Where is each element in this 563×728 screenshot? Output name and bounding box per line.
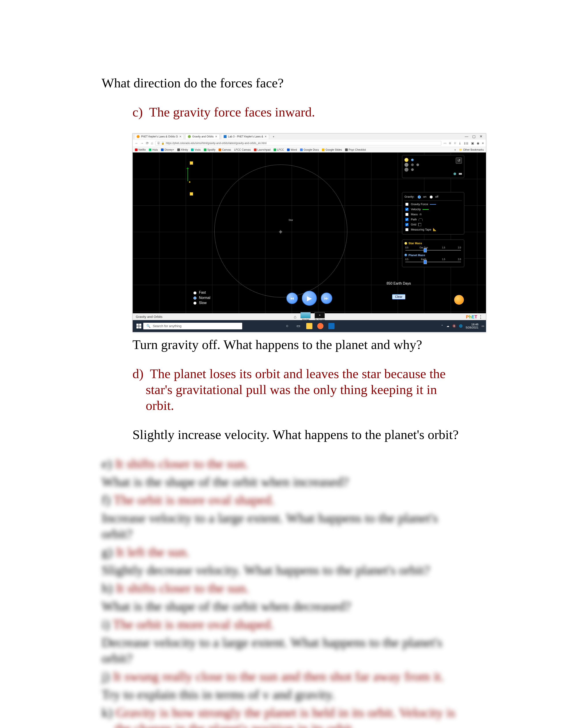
tab-1[interactable]: 🟠 PhET Kepler's Laws & Orbits G ✕ xyxy=(134,134,184,139)
other-bookmarks[interactable]: 📁Other Bookmarks xyxy=(459,148,484,151)
url-input[interactable]: 🛈 🔒 https://phet.colorado.edu/sims/html/… xyxy=(155,141,441,145)
mail-icon[interactable] xyxy=(328,323,335,329)
reset-scene-button[interactable]: ↺ xyxy=(456,158,462,164)
new-tab-button[interactable]: ＋ xyxy=(270,135,276,138)
bookmark-canvas[interactable]: Canvas xyxy=(218,148,231,151)
time-readout: 850 Earth Days Clear xyxy=(387,281,411,301)
lock-icon: 🔒 xyxy=(161,142,164,145)
nav-reload-icon[interactable]: ⟳ xyxy=(146,141,149,145)
checkbox-grid[interactable]: Grid xyxy=(405,222,462,227)
reader-icon[interactable]: ☺ xyxy=(449,141,452,145)
tab-1-close[interactable]: ✕ xyxy=(179,135,181,138)
to-scale-screen-thumb[interactable]: ★ xyxy=(315,312,325,318)
star-slider-thumb[interactable] xyxy=(424,248,427,252)
taskbar-apps: ○ ▭ xyxy=(284,323,335,329)
search-icon: 🔍 xyxy=(146,324,150,328)
reset-all-button[interactable] xyxy=(454,295,464,305)
menu-icon[interactable]: ≡ xyxy=(482,141,484,145)
tray-overflow-icon[interactable]: ⌃ xyxy=(441,324,443,328)
rewind-button[interactable]: ⏮ xyxy=(287,293,298,304)
bookmark-lfcc-canvas[interactable]: LFCC Canvas xyxy=(234,148,250,151)
bookmark-gdocs[interactable]: Google Docs xyxy=(300,148,319,151)
bookmark-gslides[interactable]: Google Slides xyxy=(322,148,342,151)
clear-button[interactable]: Clear xyxy=(392,294,405,299)
start-button[interactable] xyxy=(134,322,143,330)
onedrive-icon[interactable]: ☁ xyxy=(446,324,449,328)
cortana-icon[interactable]: ○ xyxy=(284,323,290,329)
account-icon[interactable]: ◉ xyxy=(477,141,479,145)
gravity-toggle-row: Gravity: on off xyxy=(405,194,462,201)
model-screen-thumb[interactable] xyxy=(301,312,311,318)
page-actions-icon[interactable]: ⋯ xyxy=(444,141,446,145)
nav-forward-icon[interactable]: → xyxy=(140,141,144,145)
search-placeholder: Search for anything xyxy=(153,324,181,328)
tab-2[interactable]: 🟢 Gravity and Orbits ✕ xyxy=(185,134,220,139)
planet-mass-slider[interactable]: 0.5 Earth 1.5 2.0 xyxy=(405,258,461,263)
speed-slow[interactable]: Slow xyxy=(192,301,210,305)
bookmark-psyc[interactable]: Psyc Checklist xyxy=(345,148,366,151)
star-mass-slider[interactable]: 0.5 Our Sun 1.5 2.0 xyxy=(405,246,461,251)
scene-3[interactable] xyxy=(405,168,462,172)
minimize-button[interactable]: — xyxy=(465,134,468,139)
tab-3-close[interactable]: ✕ xyxy=(264,135,267,138)
scene-1[interactable] xyxy=(405,158,462,162)
bookmark-hulu[interactable]: hHulu xyxy=(149,148,158,151)
ruler-end-2[interactable] xyxy=(190,192,193,196)
phet-menu-icon[interactable]: ⋮ xyxy=(478,314,483,319)
checkbox-mass[interactable]: Mass⚖ xyxy=(405,212,462,217)
downloads-icon[interactable]: ⤓ xyxy=(459,141,461,145)
file-explorer-icon[interactable] xyxy=(306,323,313,329)
bookmark-netflix[interactable]: Netflix xyxy=(135,148,146,151)
planet-body[interactable]: ● xyxy=(189,180,190,184)
bookmark-word[interactable]: Word xyxy=(287,148,297,151)
scene-2[interactable] xyxy=(405,163,462,167)
bookmark-disney[interactable]: Disney+ xyxy=(161,148,174,151)
planet-slider-thumb[interactable] xyxy=(424,260,427,264)
volume-icon[interactable]: 🔇 xyxy=(452,324,456,328)
nav-home-icon[interactable]: ⌂ xyxy=(151,141,153,145)
bookmark-star-icon[interactable]: ☆ xyxy=(454,141,456,145)
firefox-icon[interactable] xyxy=(317,323,324,329)
star-mass-title: Star Mass xyxy=(405,242,462,245)
bookmark-vudu[interactable]: Vudu xyxy=(191,148,201,151)
tab-3[interactable]: 🟦 Lab 3 - PhET Kepler's Laws & ✕ xyxy=(221,134,269,139)
task-view-icon[interactable]: ▭ xyxy=(295,323,302,329)
gravity-on[interactable]: on xyxy=(417,195,426,199)
extensions-icon[interactable]: ▣ xyxy=(471,141,474,145)
bookmark-spotify[interactable]: Spotify xyxy=(204,148,215,151)
checkbox-tape[interactable]: Measuring Tape📐 xyxy=(405,227,462,232)
maximize-button[interactable]: ▢ xyxy=(472,134,476,139)
bookmark-xfinity[interactable]: Xfinity xyxy=(177,148,188,151)
speed-fast[interactable]: Fast xyxy=(192,290,210,295)
taskbar-search[interactable]: 🔍 Search for anything xyxy=(143,323,242,329)
step-button[interactable]: ⏭ xyxy=(321,293,332,304)
ruler-end-1[interactable] xyxy=(190,161,193,165)
browser-chrome: 🟠 PhET Kepler's Laws & Orbits G ✕ 🟢 Grav… xyxy=(133,133,486,153)
bookmark-lfcc[interactable]: LFCC xyxy=(273,148,284,151)
satellite-icon xyxy=(459,173,462,175)
library-icon[interactable]: ⫿⫿⫿ xyxy=(464,141,469,145)
nav-back-icon[interactable]: ← xyxy=(135,141,138,145)
tab-strip: 🟠 PhET Kepler's Laws & Orbits G ✕ 🟢 Grav… xyxy=(133,133,486,140)
checkbox-velocity[interactable]: Velocity xyxy=(405,207,462,212)
phet-logo[interactable]: PhET ⋮ xyxy=(466,314,483,319)
bookmarks-overflow-icon[interactable]: » xyxy=(454,148,456,151)
network-icon[interactable]: 🌐 xyxy=(459,324,463,328)
home-icon[interactable]: ⌂ xyxy=(294,314,297,319)
checkbox-gravity-force[interactable]: Gravity Force xyxy=(405,202,462,206)
velocity-arrow[interactable] xyxy=(187,168,188,181)
action-center-icon[interactable]: ▭ xyxy=(482,324,484,328)
close-window-button[interactable]: ✕ xyxy=(480,134,482,139)
scene-4[interactable] xyxy=(405,173,462,175)
tab-2-close[interactable]: ✕ xyxy=(215,135,217,138)
answer-d: d) The planet loses its orbit and leaves… xyxy=(132,366,461,413)
clock[interactable]: 18:46 5/26/2021 xyxy=(466,323,478,329)
star-body[interactable] xyxy=(278,230,283,234)
play-button[interactable]: ▶ xyxy=(302,291,317,306)
checkbox-path[interactable]: Path xyxy=(405,217,462,222)
bookmark-launchpad[interactable]: Launchpad xyxy=(254,148,270,151)
tab-1-title: PhET Kepler's Laws & Orbits G xyxy=(141,135,178,138)
gravity-off[interactable]: off xyxy=(429,195,438,199)
simulation-canvas[interactable]: Star ● Fast Normal Slow ⏮ ▶ ⏭ 850 Earth … xyxy=(133,152,486,313)
speed-normal[interactable]: Normal xyxy=(192,296,210,300)
